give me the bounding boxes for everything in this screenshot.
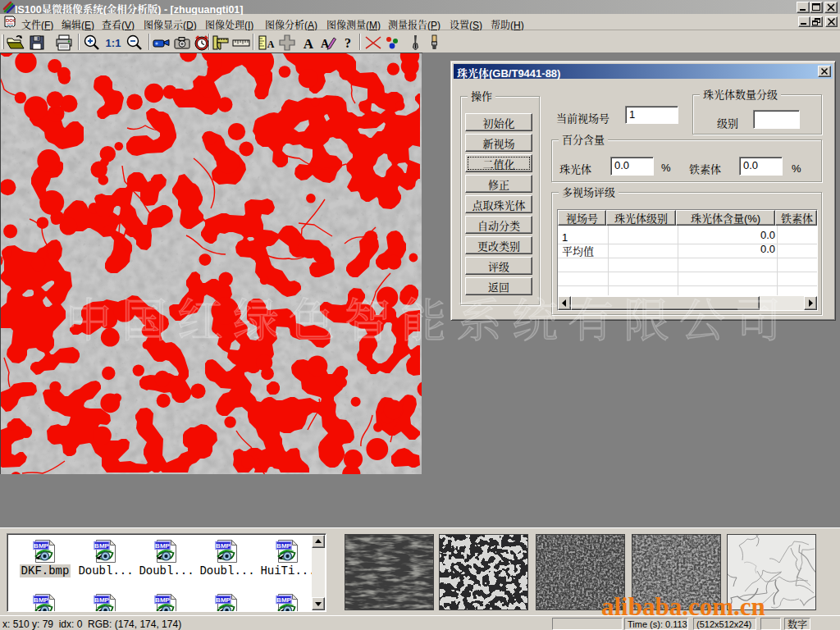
svg-text:DOC: DOC xyxy=(6,18,16,23)
svg-text:A: A xyxy=(267,39,275,50)
svg-text:A: A xyxy=(304,36,314,52)
svg-text:?: ? xyxy=(345,36,351,50)
svg-text:1:1: 1:1 xyxy=(106,37,121,49)
